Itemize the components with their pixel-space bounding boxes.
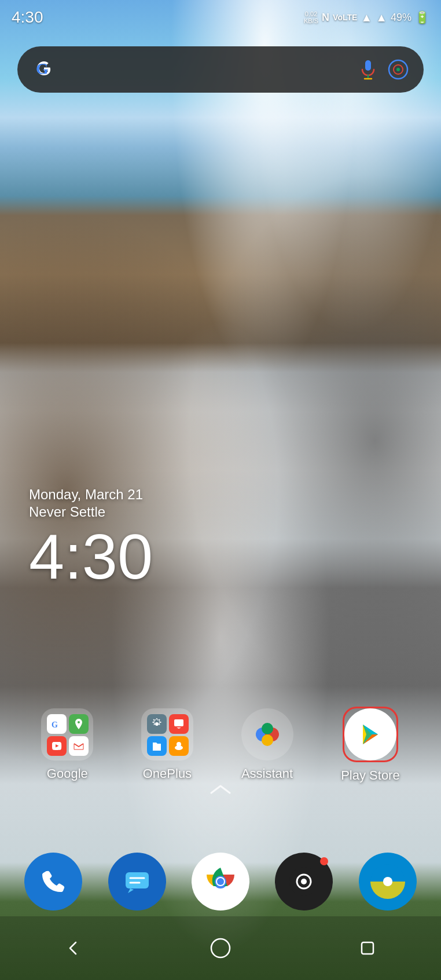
- svg-rect-30: [362, 942, 373, 954]
- nfc-icon: N: [322, 12, 329, 24]
- app-drawer-arrow[interactable]: [209, 782, 232, 800]
- weather-mini-icon: [169, 736, 189, 756]
- wifi-icon: ▲: [361, 11, 372, 24]
- data-speed-indicator: 0.02 KB/S: [304, 10, 318, 24]
- files-mini-icon: [147, 736, 167, 756]
- date-text: Monday, March 21: [29, 487, 153, 503]
- youtube-mini-icon: [47, 736, 67, 756]
- google-mini-icon: G: [47, 714, 67, 734]
- settings-mini-icon: [147, 714, 167, 734]
- svg-point-15: [262, 734, 273, 746]
- oneplus-folder-icon: [141, 708, 193, 760]
- svg-rect-16: [126, 872, 149, 888]
- play-store-icon: [344, 708, 396, 760]
- google-folder-label: Google: [47, 766, 88, 781]
- svg-rect-9: [174, 719, 183, 726]
- camera-dock-icon[interactable]: [275, 853, 333, 910]
- status-bar: 4:30 0.02 KB/S N VoLTE ▲ ▲ 49% 🔋: [0, 0, 441, 35]
- battery-label: 49%: [391, 12, 411, 24]
- battery-icon: 🔋: [415, 10, 429, 24]
- svg-point-28: [383, 877, 392, 886]
- play-store-app[interactable]: Play Store: [341, 707, 400, 783]
- gmail-mini-icon: [69, 736, 89, 756]
- svg-rect-1: [365, 60, 371, 71]
- svg-point-6: [396, 68, 400, 71]
- maps-mini-icon: [69, 714, 89, 734]
- status-icons: 0.02 KB/S N VoLTE ▲ ▲ 49% 🔋: [304, 10, 429, 24]
- svg-point-29: [211, 939, 230, 957]
- google-folder-icon: G: [41, 708, 93, 760]
- svg-point-11: [175, 745, 183, 750]
- svg-point-26: [301, 879, 307, 884]
- explorer-dock-icon[interactable]: [359, 853, 417, 910]
- svg-point-23: [217, 878, 224, 885]
- svg-text:G: G: [36, 60, 49, 78]
- svg-text:G: G: [52, 721, 58, 729]
- phone-dock-icon[interactable]: [24, 853, 82, 910]
- volte-icon: VoLTE: [333, 13, 357, 22]
- app-grid: G Google: [0, 707, 441, 783]
- google-folder[interactable]: G Google: [41, 708, 93, 781]
- oneplus-folder-label: OnePlus: [143, 766, 192, 781]
- home-button[interactable]: [203, 931, 238, 966]
- assistant-label: Assistant: [241, 766, 293, 781]
- feedback-mini-icon: [169, 714, 189, 734]
- assistant-icon: [241, 708, 293, 760]
- clock-text: 4:30: [29, 525, 153, 588]
- assistant-app[interactable]: Assistant: [241, 708, 293, 781]
- back-button[interactable]: [56, 931, 91, 966]
- camera-red-dot: [320, 857, 328, 865]
- oneplus-folder[interactable]: OnePlus: [141, 708, 193, 781]
- recents-button[interactable]: [350, 931, 385, 966]
- messages-dock-icon[interactable]: [108, 853, 166, 910]
- signal-icon: ▲: [376, 11, 387, 24]
- play-store-highlight-border: [343, 707, 398, 762]
- datetime-widget: Monday, March 21 Never Settle 4:30: [29, 487, 153, 588]
- motto-text: Never Settle: [29, 504, 153, 520]
- play-store-label: Play Store: [341, 768, 400, 783]
- chrome-dock-icon[interactable]: [192, 853, 249, 910]
- google-g-icon: G: [31, 57, 57, 82]
- status-time: 4:30: [12, 8, 43, 27]
- lens-search-icon[interactable]: [387, 58, 410, 81]
- google-search-bar[interactable]: G: [17, 46, 424, 93]
- google-logo: G: [31, 57, 57, 82]
- nav-bar: [0, 916, 441, 980]
- svg-point-14: [262, 723, 273, 734]
- voice-search-icon[interactable]: [357, 58, 380, 81]
- bottom-dock: [0, 853, 441, 910]
